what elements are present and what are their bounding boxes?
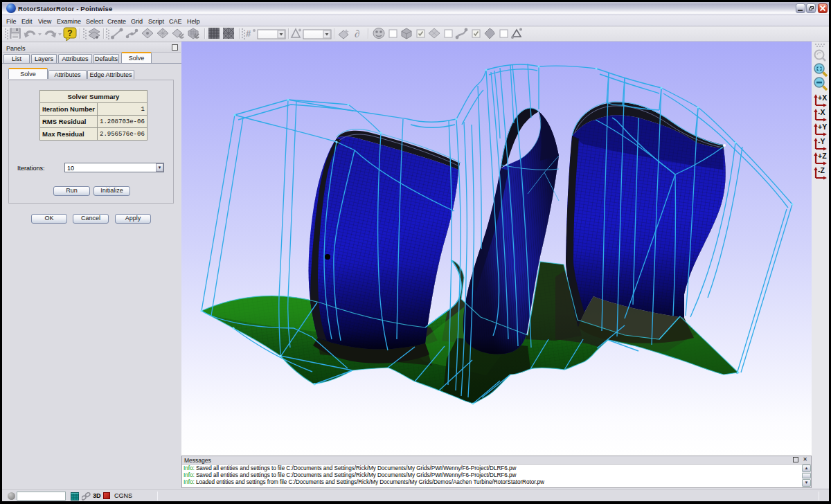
svg-text:-Z: -Z <box>818 166 825 174</box>
svg-text:+X: +X <box>818 93 827 102</box>
svg-text:∂: ∂ <box>355 28 359 39</box>
svg-text:-Y: -Y <box>818 137 825 145</box>
svg-text:+Z: +Z <box>818 152 827 160</box>
svg-text:-X: -X <box>818 108 825 116</box>
svg-text:#: # <box>246 28 251 39</box>
svg-text:+Y: +Y <box>818 123 827 131</box>
svg-text:?: ? <box>67 28 72 38</box>
